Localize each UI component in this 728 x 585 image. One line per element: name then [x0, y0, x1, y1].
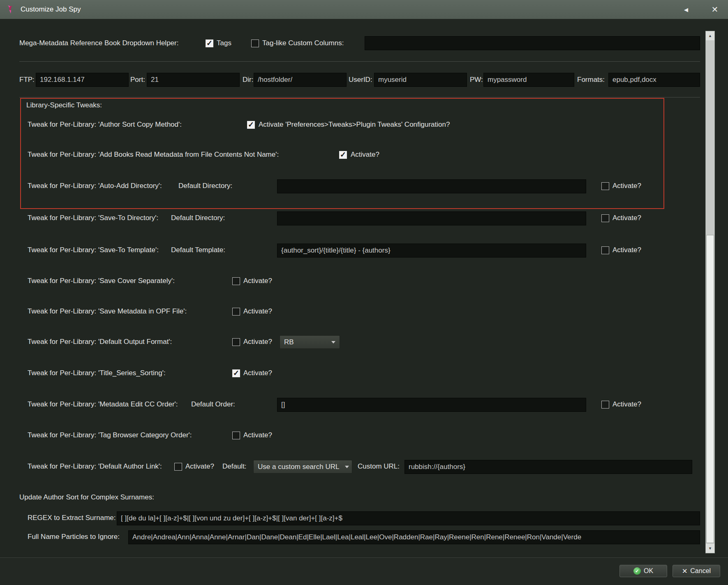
tweak-save-cover-label: Tweak for Per-Library: 'Save Cover Separ… — [28, 274, 175, 288]
scroll-up-button[interactable]: ▲ — [706, 31, 714, 40]
save-to-template-input[interactable] — [277, 244, 586, 258]
particles-input[interactable] — [128, 530, 700, 544]
save-to-dir-activate-checkbox[interactable] — [601, 214, 609, 222]
tweak-save-opf-label: Tweak for Per-Library: 'Save Metadata in… — [28, 304, 187, 318]
dialog-window: Customize Job Spy ◀ ✕ Mega-Metadata Refe… — [0, 0, 728, 585]
auto-add-dir-activate-label: Activate? — [612, 179, 641, 193]
formats-input[interactable] — [608, 73, 700, 87]
save-to-dir-input[interactable] — [277, 211, 586, 225]
output-format-select[interactable]: RB — [280, 335, 340, 349]
tags-checkbox[interactable] — [206, 39, 213, 47]
ftp-label: FTP: — [19, 73, 35, 87]
dir-input[interactable] — [254, 73, 347, 87]
cancel-button[interactable]: ✕ Cancel — [673, 565, 720, 577]
userid-label: UserID: — [349, 73, 372, 87]
pw-label: PW: — [470, 73, 483, 87]
metadata-cc-activate-checkbox[interactable] — [601, 401, 609, 409]
scroll-down-button[interactable]: ▼ — [706, 544, 714, 553]
library-tweaks-heading: Library-Specific Tweaks: — [26, 99, 102, 111]
tweak-author-sort-copy-label: Tweak for Per-Library: 'Author Sort Copy… — [28, 118, 182, 132]
save-to-template-activate-label: Activate? — [612, 243, 641, 257]
tweak-default-output-label: Tweak for Per-Library: 'Default Output F… — [28, 335, 172, 349]
auto-add-dir-input[interactable] — [277, 179, 586, 193]
tag-like-columns-checkbox[interactable] — [251, 39, 259, 47]
default-output-activate-label: Activate? — [243, 335, 272, 349]
metadata-cc-activate-label: Activate? — [612, 397, 641, 411]
regex-label: REGEX to Extract Surname: — [28, 511, 116, 525]
ftp-host-input[interactable] — [36, 73, 129, 87]
save-cover-activate-checkbox[interactable] — [232, 277, 240, 285]
tag-like-columns-label: Tag-like Custom Columns: — [262, 36, 344, 50]
save-to-dir-activate-label: Activate? — [612, 211, 641, 225]
footer-bar: ✓ OK ✕ Cancel — [0, 557, 728, 585]
cancel-x-icon: ✕ — [682, 567, 687, 575]
helper-label: Mega-Metadata Reference Book Dropdown He… — [19, 36, 178, 50]
title-series-activate-label: Activate? — [243, 366, 272, 380]
port-input[interactable] — [147, 73, 240, 87]
auto-add-dir-field-label: Default Directory: — [178, 179, 232, 193]
ok-label: OK — [644, 567, 653, 575]
save-to-template-field-label: Default Template: — [171, 243, 225, 257]
add-books-read-activate-checkbox[interactable] — [339, 151, 347, 159]
default-output-activate-checkbox[interactable] — [232, 338, 240, 346]
custom-url-label: Custom URL: — [358, 460, 400, 474]
auto-add-dir-activate-checkbox[interactable] — [601, 182, 609, 190]
author-link-activate-checkbox[interactable] — [174, 463, 182, 471]
divider — [19, 97, 700, 98]
titlebar: Customize Job Spy ◀ ✕ — [0, 0, 728, 19]
collapse-arrow-button[interactable]: ◀ — [678, 0, 694, 19]
ok-button[interactable]: ✓ OK — [619, 565, 667, 577]
save-opf-activate-checkbox[interactable] — [232, 308, 240, 316]
author-sort-copy-activate-checkbox[interactable] — [247, 121, 255, 129]
divider — [19, 61, 700, 62]
tweak-author-link-label: Tweak for Per-Library: 'Default Author L… — [28, 460, 162, 474]
chevron-down-icon — [331, 341, 335, 344]
port-label: Port: — [130, 73, 145, 87]
tweak-add-books-read-label: Tweak for Per-Library: 'Add Books Read M… — [28, 148, 279, 162]
save-opf-activate-label: Activate? — [243, 304, 272, 318]
cancel-label: Cancel — [690, 567, 711, 575]
chevron-down-icon — [345, 466, 349, 468]
tweak-save-to-template-label: Tweak for Per-Library: 'Save-To Template… — [28, 243, 159, 257]
tweak-save-to-dir-label: Tweak for Per-Library: 'Save-To Director… — [28, 211, 158, 225]
tweak-metadata-cc-label: Tweak for Per-Library: 'Metadata Edit CC… — [28, 397, 178, 411]
tag-like-columns-input[interactable] — [365, 36, 700, 50]
particles-label: Full Name Particles to Ignore: — [28, 530, 120, 544]
metadata-cc-order-input[interactable] — [277, 398, 586, 412]
app-icon — [5, 4, 16, 15]
scroll-thumb[interactable] — [706, 235, 714, 543]
tweak-title-series-label: Tweak for Per-Library: 'Title_Series_Sor… — [28, 366, 166, 380]
add-books-read-activate-label: Activate? — [351, 148, 379, 162]
author-link-select-value: Use a custom search URL — [258, 463, 339, 471]
close-button[interactable]: ✕ — [707, 0, 723, 19]
window-title: Customize Job Spy — [21, 5, 81, 14]
scrollbar[interactable]: ▲ ▼ — [705, 31, 715, 553]
metadata-cc-field-label: Default Order: — [191, 397, 235, 411]
tags-checkbox-label: Tags — [217, 36, 231, 50]
author-sort-copy-activate-label: Activate 'Preferences>Tweaks>Plugin Twea… — [259, 118, 450, 132]
save-to-dir-field-label: Default Directory: — [171, 211, 225, 225]
formats-label: Formats: — [577, 73, 605, 87]
output-format-value: RB — [284, 338, 294, 346]
custom-url-input[interactable] — [404, 460, 692, 474]
tweak-tag-browser-label: Tweak for Per-Library: 'Tag Browser Cate… — [28, 428, 192, 442]
userid-input[interactable] — [374, 73, 467, 87]
dir-label: Dir: — [243, 73, 253, 87]
author-link-default-label: Default: — [222, 460, 247, 474]
save-cover-activate-label: Activate? — [243, 274, 272, 288]
tag-browser-activate-label: Activate? — [243, 428, 272, 442]
title-series-activate-checkbox[interactable] — [232, 369, 240, 377]
ok-check-icon: ✓ — [633, 567, 641, 575]
author-link-activate-label: Activate? — [185, 460, 214, 474]
regex-input[interactable] — [117, 511, 700, 525]
update-author-sort-heading: Update Author Sort for Complex Surnames: — [19, 490, 154, 504]
save-to-template-activate-checkbox[interactable] — [601, 246, 609, 254]
author-link-select[interactable]: Use a custom search URL — [253, 460, 352, 474]
tag-browser-activate-checkbox[interactable] — [232, 432, 240, 439]
tweak-auto-add-dir-label: Tweak for Per-Library: 'Auto-Add Directo… — [28, 179, 162, 193]
pw-input[interactable] — [483, 73, 574, 87]
